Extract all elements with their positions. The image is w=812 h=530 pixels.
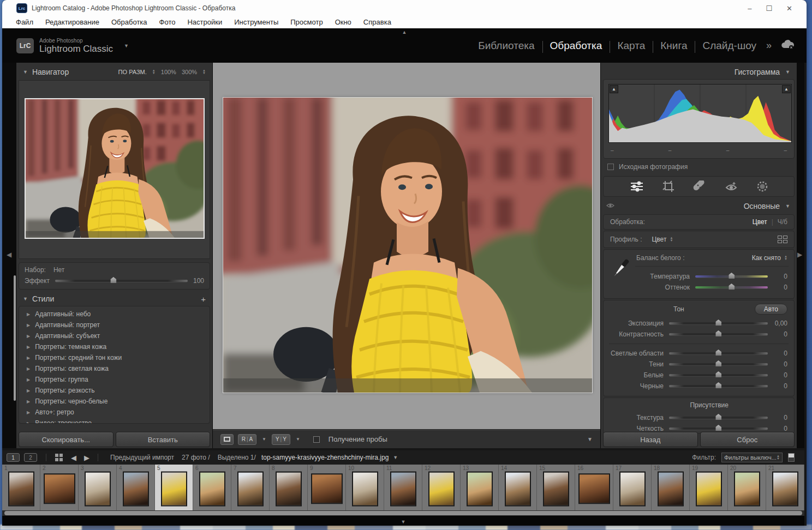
treatment-color[interactable]: Цвет: [753, 218, 767, 226]
soft-proof-checkbox[interactable]: [313, 436, 320, 443]
filmstrip-scroll-thumb[interactable]: [4, 511, 802, 515]
module-Обработка[interactable]: Обработка: [542, 40, 610, 52]
wb-value[interactable]: Как снято: [752, 254, 781, 262]
style-expand-icon[interactable]: ▶: [27, 345, 30, 350]
menu-item-Окно[interactable]: Окно: [329, 18, 357, 26]
filmstrip-thumbnail-16[interactable]: 16: [575, 465, 613, 510]
slider-Контрастность[interactable]: [669, 333, 768, 335]
original-photo-checkbox[interactable]: [607, 164, 614, 170]
slider-thumb[interactable]: [715, 425, 721, 431]
style-expand-icon[interactable]: ▶: [27, 366, 30, 371]
slider-thumb[interactable]: [729, 284, 735, 290]
thumbnail-image[interactable]: [311, 473, 343, 504]
filmstrip-filename[interactable]: top-samyye-krasivyye-zhenshchiny-mira.jp…: [261, 454, 389, 461]
module-overflow-icon[interactable]: »: [766, 40, 772, 51]
filmstrip-thumbnail-2[interactable]: 2: [40, 465, 79, 510]
thumbnail-image[interactable]: [543, 472, 569, 507]
slider-Оттенок[interactable]: [695, 286, 768, 288]
profile-spinner-icon[interactable]: ▲▼: [670, 237, 673, 242]
slider-thumb[interactable]: [715, 414, 721, 420]
profile-browser-icon[interactable]: [778, 236, 787, 243]
paste-settings-button[interactable]: Вставить: [116, 432, 211, 447]
style-item[interactable]: ▶Портреты: группа: [19, 374, 210, 385]
style-item[interactable]: ▶Авто+: ретро: [19, 407, 210, 418]
loupe-view-button[interactable]: [220, 434, 234, 445]
slider-thumb[interactable]: [715, 330, 721, 336]
thumbnail-image[interactable]: [467, 472, 493, 507]
slider-Температура[interactable]: [695, 275, 768, 278]
slider-thumb[interactable]: [715, 360, 721, 366]
reset-button[interactable]: Сброс: [700, 432, 795, 447]
slider-Четкость[interactable]: [669, 427, 768, 430]
styles-header[interactable]: ▼ Стили +: [16, 292, 212, 306]
previous-photo-icon[interactable]: ◀: [71, 454, 76, 462]
crop-tool-icon[interactable]: [662, 180, 674, 192]
menu-item-Инструменты[interactable]: Инструменты: [228, 18, 284, 26]
style-item[interactable]: ▶Портреты: светлая кожа: [19, 363, 210, 374]
filmstrip-thumbnail-18[interactable]: 18: [652, 465, 690, 510]
slider-Черные[interactable]: [669, 385, 768, 387]
collapse-left-arrow[interactable]: ◀: [7, 251, 11, 258]
cloud-sync-icon[interactable]: [780, 39, 795, 52]
filmstrip-scrollbar[interactable]: [2, 510, 804, 516]
masking-tool-icon[interactable]: [756, 180, 768, 192]
slider-thumb[interactable]: [715, 371, 721, 377]
menu-item-Настройки[interactable]: Настройки: [181, 18, 228, 26]
split-view-caret-icon[interactable]: ▼: [296, 437, 300, 442]
filmstrip-thumbnail-15[interactable]: 15: [537, 465, 575, 510]
slider-thumb[interactable]: [715, 320, 721, 326]
style-item[interactable]: ▶Видео: творчество: [19, 418, 210, 424]
maximize-button[interactable]: ☐: [766, 4, 772, 13]
style-item[interactable]: ▶Портреты: черно-белые: [19, 396, 210, 407]
style-expand-icon[interactable]: ▶: [27, 334, 30, 339]
thumbnail-image[interactable]: [772, 472, 798, 507]
module-Библиотека[interactable]: Библиотека: [470, 40, 542, 52]
red-eye-tool-icon[interactable]: [725, 181, 738, 192]
before-after-caret-icon[interactable]: ▼: [262, 437, 266, 442]
thumbnail-image[interactable]: [44, 473, 75, 504]
slider-Текстура[interactable]: [669, 417, 768, 419]
styles-collapse-icon[interactable]: ▼: [23, 296, 28, 302]
slider-Светлые области[interactable]: [669, 352, 768, 354]
collapse-bottom-arrow[interactable]: ▼: [401, 519, 406, 525]
style-item[interactable]: ▶Адаптивный: портрет: [19, 320, 210, 330]
slider-Экспозиция[interactable]: [669, 322, 768, 324]
brand-caret-icon[interactable]: ▼: [124, 43, 129, 49]
navigator-collapse-icon[interactable]: ▼: [23, 69, 28, 75]
thumbnail-image[interactable]: [390, 472, 416, 507]
thumbnail-image[interactable]: [658, 472, 684, 507]
thumbnail-image[interactable]: [199, 472, 225, 507]
wb-spinner-icon[interactable]: ▲▼: [784, 255, 787, 261]
style-expand-icon[interactable]: ▶: [27, 377, 30, 382]
style-expand-icon[interactable]: ▶: [27, 388, 30, 393]
module-Книга[interactable]: Книга: [653, 40, 695, 52]
thumbnail-image[interactable]: [85, 472, 111, 507]
slider-thumb[interactable]: [715, 382, 721, 388]
style-expand-icon[interactable]: ▶: [27, 323, 30, 328]
toolbar-options-caret-icon[interactable]: ▼: [587, 436, 593, 442]
slider-Тени[interactable]: [669, 363, 768, 365]
filmstrip-thumbnail-7[interactable]: 7: [231, 465, 270, 510]
style-item[interactable]: ▶Адаптивный: субъект: [19, 330, 210, 341]
filmstrip-thumbnail-6[interactable]: 6: [193, 465, 231, 510]
histogram-collapse-icon[interactable]: ▼: [785, 69, 790, 75]
before-after-button[interactable]: R|A: [238, 434, 256, 445]
style-item[interactable]: ▶Портреты: средний тон кожи: [19, 352, 210, 363]
navigator-zoom-100[interactable]: 100%: [161, 69, 176, 75]
profile-value[interactable]: Цвет: [652, 236, 666, 243]
back-button[interactable]: Назад: [603, 432, 698, 447]
thumbnail-image[interactable]: [276, 472, 302, 507]
navigator-preview[interactable]: [19, 80, 210, 259]
filmstrip-thumbnail-12[interactable]: 12: [422, 465, 461, 510]
thumbnail-image[interactable]: [696, 472, 722, 507]
collapse-top-arrow[interactable]: ▲: [402, 29, 407, 35]
close-button[interactable]: ✕: [786, 4, 792, 13]
filmstrip-thumbnail-8[interactable]: 8: [270, 465, 308, 510]
filter-toggle[interactable]: [788, 453, 795, 462]
slider-Белые[interactable]: [669, 374, 768, 376]
thumbnail-image[interactable]: [161, 472, 187, 507]
grid-view-icon[interactable]: [55, 454, 63, 461]
filmstrip-thumbnail-9[interactable]: 9: [308, 465, 346, 510]
copy-settings-button[interactable]: Скопировать...: [19, 432, 114, 447]
effect-slider[interactable]: [55, 280, 188, 282]
